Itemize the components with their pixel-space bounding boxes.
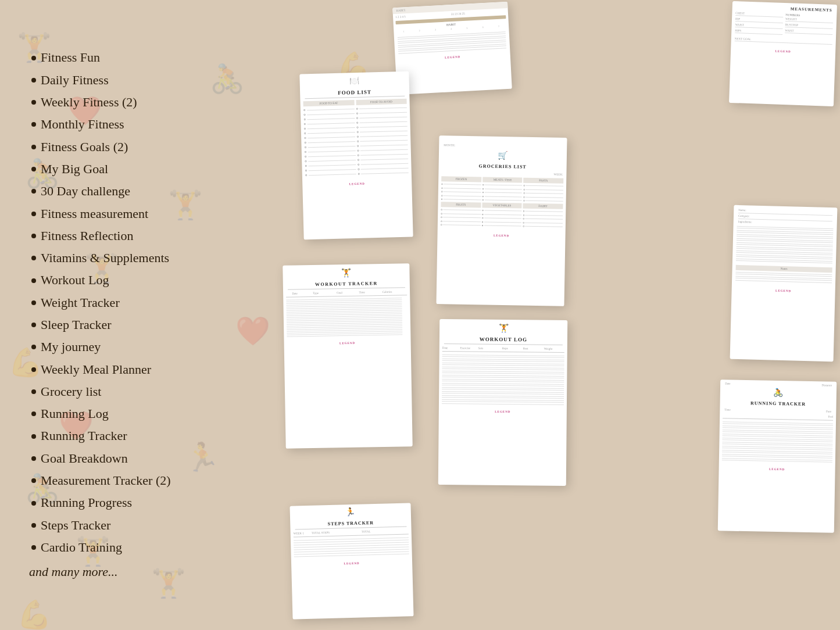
- bullet-11: [31, 300, 36, 305]
- bullet-10: [31, 278, 36, 283]
- bullet-2: [31, 100, 36, 105]
- list-item-17: Running Tracker: [29, 425, 267, 446]
- list-item-3: Monthly Fitness: [29, 114, 267, 135]
- groceries-title: GROCERIES LIST: [439, 163, 567, 170]
- workout-tracker-card: 🏋️ WORKOUT TRACKER Date Type Goal Time C…: [283, 263, 412, 449]
- bullet-6: [31, 189, 36, 194]
- bullet-20: [31, 501, 36, 506]
- bullet-4: [31, 145, 36, 149]
- bullet-7: [31, 212, 36, 216]
- steps-tracker-card: 🏃 STEPS TRACKER WEEK 1TOTAL STEPSTOTAL L…: [289, 503, 413, 619]
- list-item-1: Daily Fitness: [29, 70, 267, 91]
- groceries-brand: LEGEND: [437, 231, 565, 241]
- list-item-15: Grocery list: [29, 381, 267, 402]
- bullet-0: [31, 56, 36, 60]
- list-item-10: Workout Log: [29, 270, 267, 291]
- workout-tracker-brand: LEGEND: [284, 339, 411, 348]
- bullet-16: [31, 411, 36, 416]
- list-item-6: 30 Day challenge: [29, 181, 267, 202]
- running-tracker-card: Date Distance 🚴 RUNNING TRACKER TimePace…: [718, 380, 837, 532]
- habit-tracker-card: HABIT: 1 2 3 4 5 22 23 24 25 HABIT 1 2 3…: [392, 2, 512, 95]
- workout-tracker-title: WORKOUT TRACKER: [283, 280, 410, 288]
- groceries-card: MONTH: 🛒 GROCERIES LIST WEEK: FROZEN ○ ○…: [436, 135, 567, 306]
- steps-brand: LEGEND: [291, 559, 412, 568]
- bullet-17: [31, 434, 36, 439]
- measurements-card: MEASUREMENTS CHEST HIP WAIST HIPS NUMBER…: [729, 1, 837, 106]
- list-item-20: Running Progress: [29, 492, 267, 513]
- groceries-icon: 🛒: [439, 149, 567, 162]
- workout-tracker-icon: 🏋️: [283, 267, 409, 279]
- bullet-12: [31, 323, 36, 327]
- bullet-5: [31, 167, 36, 171]
- bullet-8: [31, 234, 36, 238]
- food-list-card: 🍽️ FOOD LIST FOOD TO EAT ○ ○ ○ ○ ○ ○ ○ ○…: [299, 71, 413, 240]
- list-item-11: Weight Tracker: [29, 292, 267, 313]
- list-item-14: Weekly Meal Planner: [29, 359, 267, 380]
- workout-log-title: WORKOUT LOG: [439, 336, 567, 343]
- running-icon: 🚴: [720, 386, 837, 398]
- list-item-21: Steps Tracker: [29, 515, 267, 536]
- list-item-9: Vitamins & Supplements: [29, 248, 267, 269]
- food-list-brand: LEGEND: [302, 180, 412, 189]
- list-item-5: My Big Goal: [29, 159, 267, 180]
- bullet-13: [31, 345, 36, 349]
- list-item-19: Measurement Tracker (2): [29, 470, 267, 491]
- list-item-and-more: and many more...: [29, 561, 267, 582]
- running-tracker-brand: LEGEND: [719, 465, 835, 473]
- bullet-21: [31, 523, 36, 528]
- bullet-18: [31, 456, 36, 461]
- list-item-4: Fitness Goals (2): [29, 137, 267, 158]
- document-previews-panel: HABIT: 1 2 3 4 5 22 23 24 25 HABIT 1 2 3…: [276, 0, 840, 630]
- feature-list-panel: Fitness Fun Daily Fitness Weekly Fitness…: [0, 0, 279, 630]
- list-item-13: My journey: [29, 337, 267, 357]
- workout-log-icon: 🏋️: [439, 323, 567, 334]
- list-item-22: Cardio Training: [29, 537, 267, 558]
- list-item-0: Fitness Fun: [29, 47, 267, 68]
- running-tracker-title: RUNNING TRACKER: [720, 400, 837, 407]
- list-item-7: Fitness measurement: [29, 203, 267, 224]
- recipe-brand: LEGEND: [732, 287, 835, 296]
- bullet-19: [31, 478, 36, 483]
- bullet-14: [31, 367, 36, 372]
- measurements-brand: LEGEND: [731, 46, 835, 56]
- bullet-3: [31, 122, 36, 127]
- steps-icon: 🏃: [290, 506, 411, 518]
- workout-log-brand: LEGEND: [439, 408, 567, 416]
- bullet-1: [31, 78, 36, 83]
- list-item-18: Goal Breakdown: [29, 448, 267, 469]
- food-icon: 🍽️: [299, 75, 409, 88]
- list-item-2: Weekly Fitness (2): [29, 92, 267, 113]
- food-list-title: FOOD LIST: [300, 88, 409, 97]
- workout-log-card: 🏋️ WORKOUT LOG DateExerciseSetsRepsRestW…: [438, 319, 567, 486]
- bullet-9: [31, 256, 36, 260]
- list-item-8: Fitness Reflection: [29, 225, 267, 246]
- recipe-card: Name: Category: Ingredients: Notes LEGEN…: [730, 205, 838, 362]
- list-item-12: Sleep Tracker: [29, 314, 267, 335]
- bullet-22: [31, 545, 36, 550]
- bullet-15: [31, 389, 36, 394]
- list-item-16: Running Log: [29, 403, 267, 424]
